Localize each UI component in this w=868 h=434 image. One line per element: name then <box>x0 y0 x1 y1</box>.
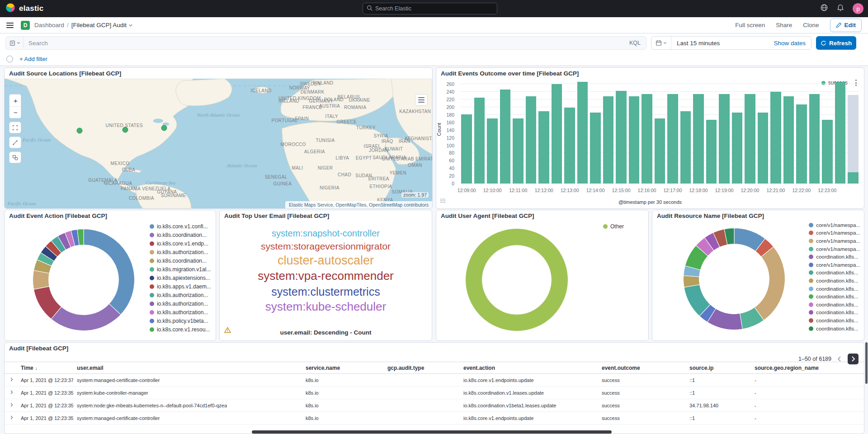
menu-hamburger-icon[interactable] <box>6 23 14 28</box>
zoom-in-button[interactable]: + <box>9 94 21 106</box>
calendar-menu-button[interactable] <box>651 37 671 49</box>
map-data-point[interactable] <box>161 125 167 131</box>
draw-tools-button[interactable] <box>9 151 21 163</box>
column-header[interactable]: event.action <box>460 362 598 374</box>
bar[interactable] <box>745 94 755 184</box>
legend-item[interactable]: io.k8s.core.v1.resou... <box>150 325 211 334</box>
filter-options-icon[interactable] <box>6 56 13 62</box>
alerts-bell-icon[interactable] <box>836 4 844 14</box>
pie-slice[interactable] <box>755 247 785 321</box>
pie-slice[interactable] <box>466 229 517 331</box>
legend-item[interactable]: io.k8s.coordination... <box>150 231 211 239</box>
global-search-input[interactable] <box>375 5 493 12</box>
legend-item[interactable]: coordination.k8s... <box>809 301 860 309</box>
refresh-button[interactable]: Refresh <box>816 36 856 50</box>
legend-item[interactable]: core/v1/namespa... <box>809 229 860 237</box>
column-header[interactable]: user.email <box>73 362 302 374</box>
legend-item[interactable]: coordination.k8s... <box>809 316 860 325</box>
legend-item[interactable]: io.k8s.core.v1.endp... <box>150 239 211 248</box>
map-data-point[interactable] <box>77 127 83 133</box>
global-search[interactable] <box>363 3 497 14</box>
bar[interactable] <box>590 113 601 184</box>
bar[interactable] <box>719 94 730 184</box>
breadcrumb-current[interactable]: [Filebeat GCP] Audit <box>71 22 133 28</box>
legend-item[interactable]: coordination.k8s... <box>809 277 860 285</box>
bar[interactable] <box>822 120 833 184</box>
breadcrumb-dashboard[interactable]: Dashboard <box>34 22 64 28</box>
legend-item[interactable]: io.k8s.authorization... <box>150 248 211 256</box>
bar[interactable] <box>642 94 652 184</box>
legend-item[interactable]: core/v1/namespa... <box>809 245 860 253</box>
bar[interactable] <box>783 96 794 184</box>
pie-slice[interactable] <box>84 229 134 315</box>
bar[interactable] <box>538 111 549 184</box>
bar[interactable] <box>680 111 691 184</box>
legend-item[interactable]: core/v1/namespa... <box>809 221 860 229</box>
column-header[interactable]: source.ip <box>686 362 751 374</box>
legend-item[interactable]: core/v1/namespa... <box>809 261 860 269</box>
legend-toggle-icon[interactable] <box>440 198 446 206</box>
column-header[interactable]: service.name <box>302 362 384 374</box>
bar[interactable] <box>629 96 640 184</box>
bar[interactable] <box>693 94 704 184</box>
share-button[interactable]: Share <box>776 22 792 28</box>
horizontal-scrollbar[interactable] <box>252 430 612 434</box>
expand-row-button[interactable] <box>5 374 17 387</box>
elastic-brand[interactable]: elastic <box>5 3 43 14</box>
bar[interactable] <box>809 94 820 184</box>
legend-item[interactable]: io.k8s.authorization... <box>150 308 211 316</box>
legend-item[interactable]: coordination.k8s... <box>809 253 860 261</box>
tag-word[interactable]: system:clustermetrics <box>271 285 380 298</box>
legend-item[interactable]: io.k8s.core.v1.confi... <box>150 222 211 231</box>
show-dates-button[interactable]: Show dates <box>768 40 811 47</box>
bar[interactable] <box>474 98 485 184</box>
saved-query-menu-button[interactable] <box>6 37 24 49</box>
measure-tool-button[interactable] <box>9 137 21 148</box>
pie-slice[interactable] <box>33 270 50 289</box>
pie-slice[interactable] <box>51 304 121 331</box>
legend-item[interactable]: coordination.k8s... <box>809 292 860 301</box>
bar[interactable] <box>706 120 717 184</box>
zoom-out-button[interactable]: − <box>9 106 21 118</box>
legend-item[interactable]: io.k8s.migration.v1al... <box>150 265 211 274</box>
expand-row-button[interactable] <box>5 399 17 412</box>
tag-word[interactable]: cluster-autoscaler <box>278 254 374 267</box>
edit-button[interactable]: Edit <box>830 19 862 32</box>
legend-item[interactable]: io.k8s.apps.v1.daem... <box>150 282 211 291</box>
donut-chart-resource-name[interactable] <box>681 226 788 332</box>
next-page-button[interactable] <box>848 354 859 364</box>
fit-bounds-button[interactable] <box>9 122 21 133</box>
vertical-scrollbar[interactable] <box>865 342 868 384</box>
expand-row-button[interactable] <box>5 412 17 425</box>
column-header[interactable]: Time↓ <box>17 362 73 374</box>
bar[interactable] <box>500 90 511 184</box>
map-layers-button[interactable] <box>415 94 428 106</box>
bar[interactable] <box>835 82 846 184</box>
legend-item[interactable]: io.k8s.apiextensions... <box>150 274 211 282</box>
legend-item[interactable]: coordination.k8s... <box>809 269 860 277</box>
tag-word[interactable]: system:storageversionmigrator <box>261 241 391 252</box>
legend-item[interactable]: io.k8s.coordination... <box>150 256 211 265</box>
add-filter-button[interactable]: + Add filter <box>19 56 47 62</box>
legend-item[interactable]: coordination.k8s... <box>809 285 860 293</box>
bar[interactable] <box>616 91 627 184</box>
world-map[interactable]: UNITED STATESMEXICOCUBAGUATEMALANICARAGU… <box>5 79 432 208</box>
dashboard-badge[interactable]: D <box>21 21 30 30</box>
time-range-label[interactable]: Last 15 minutes <box>671 40 768 47</box>
bar[interactable] <box>461 114 472 184</box>
tag-word[interactable]: system:kube-scheduler <box>265 300 386 313</box>
bar[interactable] <box>552 84 562 184</box>
bar[interactable] <box>526 96 537 184</box>
pie-slice[interactable] <box>517 229 567 331</box>
bar[interactable] <box>655 118 665 184</box>
bar[interactable] <box>564 108 575 184</box>
clone-button[interactable]: Clone <box>803 22 819 28</box>
bar[interactable] <box>758 113 769 184</box>
bar[interactable] <box>513 118 524 184</box>
legend-item[interactable]: coordination.k8s... <box>809 325 860 333</box>
full-screen-button[interactable]: Full screen <box>735 22 765 28</box>
user-avatar[interactable]: p <box>853 3 863 14</box>
partial-bucket-bar[interactable] <box>848 95 859 184</box>
prev-page-button[interactable] <box>836 355 843 363</box>
legend-item[interactable]: io.k8s.policy.v1beta... <box>150 316 211 325</box>
